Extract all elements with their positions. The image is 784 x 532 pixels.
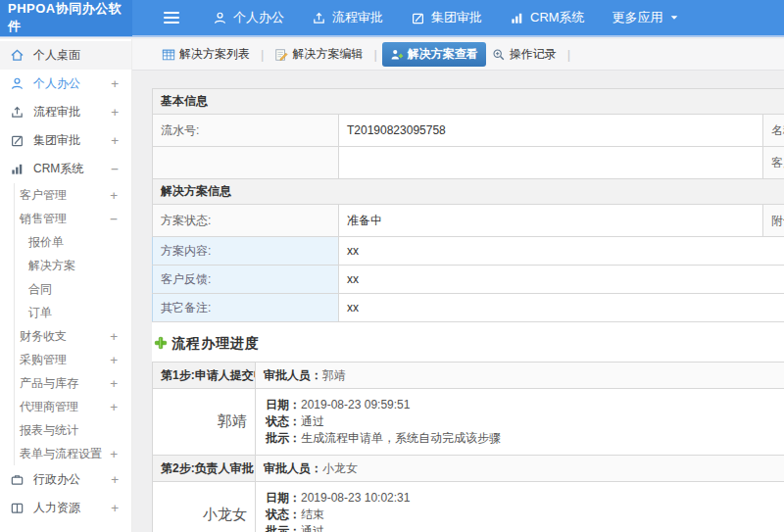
serial-number-value: T20190823095758 (339, 115, 763, 147)
tab-divider: | (567, 47, 570, 62)
caret-down-icon (669, 13, 679, 23)
status-value: 准备中 (339, 205, 763, 237)
field-value: xx (339, 237, 784, 266)
status-line: 状态：通过 (266, 413, 784, 430)
table-row: 方案内容: xx (153, 237, 784, 266)
sidebar-item-solution[interactable]: 解决方案 (15, 254, 131, 277)
field-label: 方案内容: (153, 237, 339, 266)
step-detail-cell: 日期：2019-08-23 09:59:51 状态：通过 批示：生成流程申请单，… (256, 389, 784, 456)
nav-more-apps[interactable]: 更多应用 (612, 9, 679, 26)
date-line: 日期：2019-08-23 09:59:51 (266, 397, 784, 413)
expand-icon[interactable]: + (111, 133, 119, 148)
tab-divider: | (373, 47, 376, 62)
tab-solution-edit[interactable]: 解决方案编辑 (269, 43, 368, 66)
collapse-icon[interactable]: − (111, 162, 119, 176)
approver-name: 小龙女 (322, 461, 358, 475)
green-plus-icon (154, 336, 168, 353)
progress-table: 第1步:申请人提交申请 审批人员：郭靖 郭靖 日期：2019-08-23 09:… (152, 362, 784, 532)
collapse-icon[interactable]: − (110, 212, 118, 226)
sidebar-item-personal-office[interactable]: 个人办公 + (0, 70, 131, 98)
expand-icon[interactable]: + (111, 501, 119, 515)
table-row: 其它备注: xx (153, 294, 784, 322)
solution-info-table: 基本信息 流水号: T20190823095758 名称 客户 解决方案信息 方… (152, 88, 784, 322)
expand-icon[interactable]: + (110, 447, 118, 461)
sidebar-item-form-workflow-settings[interactable]: 表单与流程设置 + (15, 442, 131, 465)
expand-icon[interactable]: + (110, 376, 118, 391)
field-label-right: 附件 (763, 205, 784, 237)
sidebar-item-workflow-approval[interactable]: 流程审批 + (0, 98, 131, 126)
crm-submenu: 客户管理 + 销售管理 − 报价单 解决方案 合同 订单 财务收支 + 采购管理… (14, 183, 131, 465)
bar-chart-icon (510, 11, 524, 25)
tab-solution-list[interactable]: 解决方案列表 (156, 43, 256, 66)
bar-chart-icon (10, 162, 25, 177)
table-row: 流水号: T20190823095758 名称 (153, 115, 784, 147)
step-header-row: 第1步:申请人提交申请 审批人员：郭靖 (153, 363, 784, 389)
expand-icon[interactable]: + (110, 188, 118, 203)
sidebar-item-quotation[interactable]: 报价单 (15, 230, 131, 254)
edit-document-icon (274, 48, 288, 62)
progress-title-text: 流程办理进度 (172, 335, 260, 353)
sidebar-item-agent-mgmt[interactable]: 代理商管理 + (15, 395, 131, 418)
menu-toggle-icon[interactable] (164, 12, 179, 24)
sidebar-item-group-approval[interactable]: 集团审批 + (0, 126, 131, 155)
field-label (153, 147, 339, 179)
sidebar: 个人桌面 个人办公 + 流程审批 + 集团审批 + CRM系统 − 客户管理 +… (0, 39, 132, 532)
sidebar-item-product-inventory[interactable]: 产品与库存 + (15, 371, 131, 395)
tab-operation-log[interactable]: 操作记录 (486, 43, 563, 66)
approver-name: 郭靖 (322, 368, 346, 382)
step-detail-row: 郭靖 日期：2019-08-23 09:59:51 状态：通过 批示：生成流程申… (153, 389, 784, 456)
user-icon (10, 76, 25, 92)
expand-icon[interactable]: + (111, 76, 119, 91)
zoom-plus-icon (492, 48, 506, 62)
edit-icon (10, 133, 25, 149)
book-icon (10, 501, 25, 516)
field-value: xx (339, 266, 784, 294)
field-label: 其它备注: (153, 294, 339, 322)
step-detail-cell: 日期：2019-08-23 10:02:31 状态：结束 批示：通过 (256, 482, 784, 532)
remark-line: 批示：生成流程申请单，系统自动完成该步骤 (266, 430, 784, 447)
sidebar-item-finance[interactable]: 财务收支 + (15, 324, 131, 348)
sidebar-item-purchase-mgmt[interactable]: 采购管理 + (15, 348, 131, 371)
sidebar-item-reports-stats[interactable]: 报表与统计 (15, 418, 131, 442)
field-label-right: 名称 (763, 115, 784, 147)
field-label-right: 客户 (763, 147, 784, 179)
tab-divider: | (261, 47, 264, 62)
expand-icon[interactable]: + (111, 105, 119, 120)
field-label: 客户反馈: (153, 266, 339, 294)
sidebar-item-order[interactable]: 订单 (15, 301, 131, 324)
sidebar-item-customer-mgmt[interactable]: 客户管理 + (15, 183, 131, 207)
solution-detail-panel: 基本信息 流水号: T20190823095758 名称 客户 解决方案信息 方… (152, 88, 784, 532)
sidebar-item-crm-system[interactable]: CRM系统 − (0, 155, 131, 183)
nav-crm-system[interactable]: CRM系统 (510, 9, 585, 26)
nav-workflow-approval[interactable]: 流程审批 (312, 9, 383, 26)
nav-group-approval[interactable]: 集团审批 (411, 9, 482, 26)
section-title: 基本信息 (153, 89, 784, 115)
table-grid-icon (162, 48, 175, 62)
approver-label: 审批人员： (264, 461, 322, 475)
sidebar-item-sales-mgmt[interactable]: 销售管理 − (15, 207, 131, 230)
approver-cell: 审批人员：郭靖 (256, 363, 784, 389)
sidebar-item-human-resources[interactable]: 人力资源 + (0, 494, 131, 522)
expand-icon[interactable]: + (110, 400, 118, 414)
sidebar-item-desktop[interactable]: 个人桌面 (0, 41, 131, 70)
tab-solution-view[interactable]: 解决方案查看 (382, 42, 486, 67)
workflow-icon (312, 11, 326, 25)
app-logo: PHPOA协同办公软件 (0, 0, 132, 36)
user-icon (213, 11, 227, 25)
sidebar-item-admin-office[interactable]: 行政办公 + (0, 465, 131, 494)
edit-icon (411, 11, 425, 25)
approver-label: 审批人员： (264, 368, 322, 382)
date-line: 日期：2019-08-23 10:02:31 (266, 490, 784, 507)
expand-icon[interactable]: + (110, 353, 118, 367)
expand-icon[interactable]: + (111, 472, 119, 487)
remark-line: 批示：通过 (266, 523, 784, 532)
nav-personal-office[interactable]: 个人办公 (213, 9, 284, 26)
field-value: xx (339, 294, 784, 322)
table-row: 客户 (153, 147, 784, 179)
section-header-basic-info: 基本信息 (153, 89, 784, 115)
section-header-solution-info: 解决方案信息 (153, 179, 784, 205)
status-line: 状态：结束 (266, 507, 784, 523)
field-value (339, 147, 763, 179)
sidebar-item-contract[interactable]: 合同 (15, 277, 131, 301)
expand-icon[interactable]: + (110, 329, 118, 344)
